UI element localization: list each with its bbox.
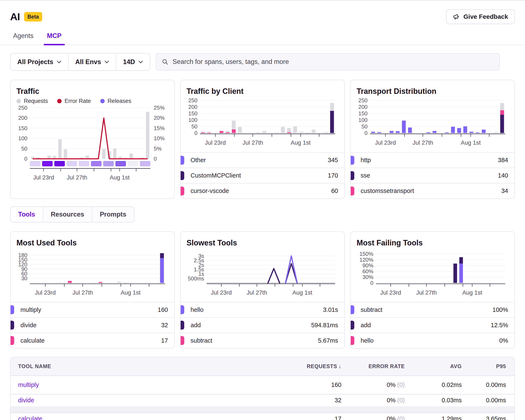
entity-subtabs: Tools Resources Prompts (10, 206, 134, 222)
legend-row[interactable]: add12.5% (351, 317, 515, 333)
column-header-tool-name[interactable]: TOOL NAME (10, 363, 278, 369)
legend-row[interactable]: divide32 (10, 317, 174, 333)
svg-text:200: 200 (18, 115, 28, 121)
legend-value: 17 (161, 337, 168, 344)
column-header-p95[interactable]: P95 (462, 363, 515, 369)
svg-text:20%: 20% (154, 115, 165, 121)
table-row[interactable]: calculate170%(0)1.29ms3.65ms (10, 413, 515, 420)
svg-text:50: 50 (361, 124, 368, 129)
column-header-error-rate[interactable]: ERROR RATE (341, 363, 405, 369)
legend-value: 0% (499, 337, 508, 344)
legend-row[interactable]: multiply160 (10, 302, 174, 317)
legend-value: 170 (328, 172, 338, 179)
svg-text:Aug 1st: Aug 1st (121, 290, 141, 296)
legend-item[interactable]: Error Rate (57, 98, 91, 104)
error-count: (0) (397, 381, 405, 388)
most-used-legend-list: multiply160divide32calculate17 (10, 302, 174, 348)
tool-link[interactable]: divide (18, 397, 34, 403)
legend-label: hello (361, 337, 374, 344)
legend-item[interactable]: Requests (17, 98, 48, 104)
table-header: TOOL NAME REQUESTS↓ ERROR RATE AVG P95 (10, 357, 515, 375)
series-color-chip (351, 187, 354, 195)
tool-link[interactable]: multiply (18, 381, 39, 388)
chevron-down-icon (138, 61, 143, 64)
svg-text:0: 0 (194, 130, 197, 136)
app-header: AI Beta Give Feedback Agents MCP (0, 1, 525, 45)
legend-row[interactable]: customssetransport34 (351, 183, 515, 198)
traffic-legend: RequestsError RateReleases (17, 98, 169, 104)
beta-badge: Beta (24, 12, 42, 21)
table-row[interactable]: divide320%(0)0.03ms0.00ms (10, 394, 515, 413)
legend-label: multiply (20, 306, 41, 313)
error-rate-value: 0%(0) (341, 415, 405, 420)
envs-filter-dropdown[interactable]: All Envs (68, 54, 116, 70)
svg-text:150%: 150% (359, 251, 373, 257)
date-range-label: 14D (123, 58, 135, 66)
megaphone-icon (453, 13, 460, 20)
legend-label: http (361, 157, 371, 164)
svg-text:150: 150 (18, 125, 28, 131)
tool-link[interactable]: calculate (18, 415, 42, 420)
search-input[interactable] (173, 58, 494, 65)
series-color-chip (351, 321, 354, 329)
table-row[interactable]: multiply1600%(0)0.02ms0.00ms (10, 375, 515, 394)
legend-value: 12.5% (491, 322, 508, 329)
subtab-prompts[interactable]: Prompts (92, 207, 134, 222)
legend-row[interactable]: cursor-vscode60 (181, 183, 344, 198)
traffic-by-client-chart: 050100150200250Jul 23rdJul 27thAug 1st (187, 98, 338, 150)
legend-row[interactable]: sse140 (351, 168, 515, 183)
tab-mcp[interactable]: MCP (47, 32, 62, 45)
svg-text:Jul 23rd: Jul 23rd (33, 174, 54, 181)
legend-item[interactable]: Releases (100, 98, 131, 104)
legend-row[interactable]: hello0% (351, 333, 515, 348)
svg-text:Jul 23rd: Jul 23rd (375, 139, 396, 146)
client-legend-list: Other345CustomMCPClient170cursor-vscode6… (181, 152, 344, 198)
legend-label: Requests (24, 98, 48, 104)
requests-value: 17 (278, 415, 341, 420)
legend-value: 140 (498, 172, 508, 179)
legend-row[interactable]: http384 (351, 152, 515, 168)
svg-text:5%: 5% (154, 146, 161, 152)
svg-text:120%: 120% (359, 257, 373, 263)
svg-text:150: 150 (188, 110, 197, 116)
series-color-chip (351, 156, 354, 165)
tab-agents[interactable]: Agents (13, 32, 34, 45)
card-title: Most Used Tools (17, 238, 169, 247)
legend-label: customssetransport (361, 187, 414, 194)
svg-text:0: 0 (154, 156, 157, 162)
legend-row[interactable]: hello3.01s (181, 302, 344, 317)
requests-value: 160 (278, 381, 341, 388)
legend-row[interactable]: add594.81ms (181, 317, 344, 333)
svg-text:Jul 27th: Jul 27th (67, 174, 87, 181)
legend-row[interactable]: calculate17 (10, 333, 174, 348)
column-header-requests[interactable]: REQUESTS↓ (278, 363, 341, 370)
legend-value: 5.67ms (318, 337, 338, 344)
legend-row[interactable]: subtract100% (351, 302, 515, 317)
avg-value: 0.02ms (405, 381, 462, 388)
svg-text:250: 250 (18, 105, 28, 111)
date-range-dropdown[interactable]: 14D (116, 54, 150, 70)
subtab-resources[interactable]: Resources (43, 207, 92, 222)
p95-value: 0.00ms (462, 397, 515, 404)
svg-text:Jul 23rd: Jul 23rd (35, 290, 56, 296)
envs-filter-label: All Envs (75, 58, 101, 66)
charts-row-2: Most Used Tools 306090120150180Jul 23rdJ… (10, 231, 515, 348)
slowest-tools-card: Slowest Tools 500ms1s1.5s2s2.5s3sJul 23r… (180, 231, 345, 348)
legend-value: 345 (328, 157, 338, 164)
projects-filter-dropdown[interactable]: All Projects (10, 54, 68, 70)
series-color-dot (17, 99, 21, 103)
legend-value: 34 (501, 187, 508, 194)
subtab-tools[interactable]: Tools (10, 207, 43, 222)
legend-row[interactable]: CustomMCPClient170 (181, 168, 344, 183)
legend-row[interactable]: Other345 (181, 152, 344, 168)
give-feedback-button[interactable]: Give Feedback (446, 9, 515, 24)
transport-legend-list: http384sse140customssetransport34 (351, 152, 515, 198)
slowest-tools-chart: 500ms1s1.5s2s2.5s3sJul 23rdJul 27thAug 1… (187, 249, 338, 300)
filter-group: All Projects All Envs 14D (10, 53, 150, 71)
p95-value: 0.00ms (462, 381, 515, 388)
svg-text:Jul 23rd: Jul 23rd (380, 290, 401, 296)
tools-table: TOOL NAME REQUESTS↓ ERROR RATE AVG P95 m… (10, 357, 515, 420)
legend-row[interactable]: subtract5.67ms (181, 333, 344, 348)
column-header-avg[interactable]: AVG (405, 363, 462, 369)
svg-text:10%: 10% (154, 135, 165, 141)
